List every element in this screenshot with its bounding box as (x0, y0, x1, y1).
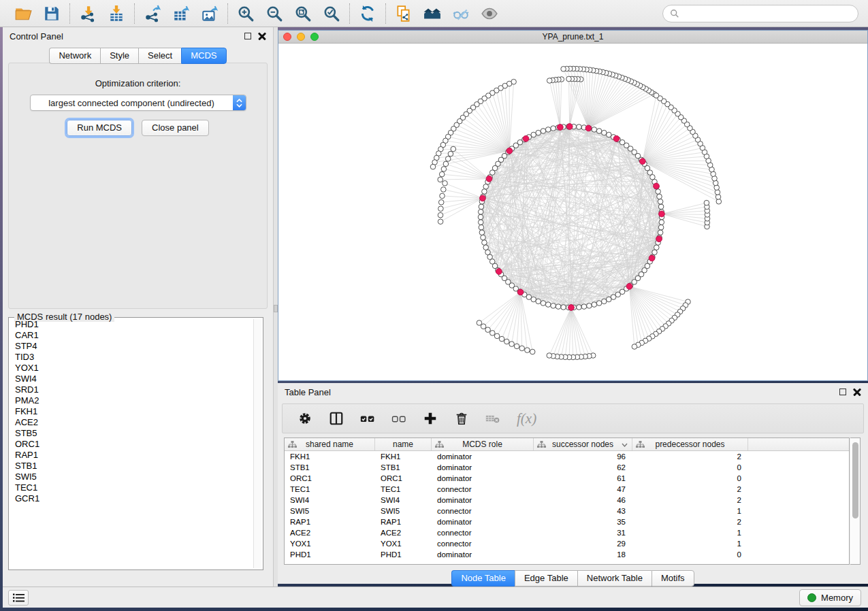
mcds-result-item[interactable]: STB1 (10, 461, 253, 472)
table-row[interactable]: PHD1PHD1dominator180 (285, 549, 849, 560)
table-cell: PHD1 (285, 549, 375, 560)
tab-mcds[interactable]: MCDS (181, 48, 226, 64)
float-panel-icon[interactable] (839, 389, 846, 395)
memory-button[interactable]: Memory (799, 589, 861, 606)
refresh-button[interactable] (357, 3, 379, 24)
table-cell: 2 (632, 451, 748, 462)
close-panel-icon[interactable] (258, 32, 266, 40)
delete-icon (454, 411, 469, 426)
mcds-result-item[interactable]: FKH1 (10, 406, 253, 417)
mcds-result-item[interactable]: SRD1 (10, 384, 253, 395)
mcds-result-item[interactable]: ORC1 (10, 439, 253, 450)
network-window-titlebar[interactable]: YPA_prune.txt_1 (278, 31, 867, 44)
table-cell: SWI4 (285, 495, 375, 506)
mcds-result-item[interactable]: YOX1 (10, 363, 253, 374)
export-table-button[interactable] (170, 3, 192, 24)
mcds-result-item[interactable]: STP4 (10, 341, 253, 352)
table-cell: 96 (534, 451, 632, 462)
table-tab-edge-table[interactable]: Edge Table (515, 570, 577, 587)
open-file-button[interactable] (12, 3, 34, 24)
table-row[interactable]: FKH1FKH1dominator962 (285, 451, 849, 462)
zoom-selected-button[interactable] (321, 3, 342, 24)
table-row[interactable]: RAP1RAP1dominator352 (285, 516, 849, 527)
mcds-result-item[interactable]: TEC1 (10, 482, 253, 493)
gear-button[interactable] (298, 411, 312, 426)
table-cell: 2 (632, 516, 748, 527)
table-row[interactable]: ACE2ACE2connector311 (285, 527, 849, 538)
table-toolbar: f(x) (282, 403, 864, 433)
column-header-successor-nodes[interactable]: successor nodes (534, 438, 632, 450)
mcds-result-item[interactable]: SWI5 (10, 472, 253, 482)
column-header-MCDS-role[interactable]: MCDS role (432, 438, 534, 450)
close-panel-icon[interactable] (853, 388, 861, 396)
show-all-button[interactable] (479, 3, 500, 24)
hide-selected-button[interactable] (450, 3, 472, 24)
search-box[interactable] (662, 5, 858, 22)
delete-table-button[interactable] (485, 411, 500, 426)
column-header-shared-name[interactable]: shared name (285, 438, 375, 450)
duplicate-network-button[interactable] (393, 3, 415, 24)
zoom-in-button[interactable] (235, 3, 257, 24)
export-image-button[interactable] (199, 3, 221, 24)
table-row[interactable]: SWI4SWI4dominator462 (285, 495, 849, 506)
mcds-result-scrollbar[interactable] (253, 319, 261, 568)
table-row[interactable]: TEC1TEC1connector472 (285, 484, 849, 495)
import-table-button[interactable] (106, 3, 127, 24)
criterion-select[interactable]: largest connected component (undirected) (30, 95, 246, 111)
tab-style[interactable]: Style (100, 48, 138, 64)
close-panel-button[interactable]: Close panel (142, 120, 209, 136)
save-button[interactable] (41, 3, 63, 24)
table-cell: SWI4 (375, 495, 432, 506)
table-row[interactable]: STB1STB1dominator620 (285, 462, 849, 473)
tab-network[interactable]: Network (49, 48, 100, 64)
mcds-result-item[interactable]: PMA2 (10, 395, 253, 406)
import-network-button[interactable] (77, 3, 99, 24)
function-builder-button[interactable]: f(x) (517, 410, 536, 427)
table-cell: dominator (432, 549, 534, 560)
column-header-predecessor-nodes[interactable]: predecessor nodes (632, 438, 748, 450)
mcds-result-item[interactable]: TID3 (10, 352, 253, 363)
table-row[interactable]: YOX1YOX1connector291 (285, 538, 849, 549)
first-neighbors-icon (423, 5, 441, 22)
select-all-button[interactable] (360, 411, 375, 426)
table-tab-motifs[interactable]: Motifs (652, 570, 694, 587)
tab-select[interactable]: Select (138, 48, 181, 64)
table-cell: 1 (632, 527, 748, 538)
float-panel-icon[interactable] (244, 33, 251, 39)
search-input[interactable] (684, 9, 851, 19)
table-scrollbar[interactable] (850, 437, 861, 565)
mcds-result-item[interactable]: RAP1 (10, 450, 253, 461)
mcds-result-item[interactable]: SWI4 (10, 374, 253, 384)
table-scrollbar-thumb[interactable] (852, 442, 858, 518)
table-cell: 29 (534, 538, 632, 549)
run-mcds-button[interactable]: Run MCDS (67, 120, 132, 136)
mcds-result-item[interactable]: PHD1 (10, 319, 253, 330)
zoom-fit-button[interactable] (292, 3, 314, 24)
mcds-result-item[interactable]: CAR1 (10, 330, 253, 341)
mcds-result-list[interactable]: PHD1CAR1STP4TID3YOX1SWI4SRD1PMA2FKH1ACE2… (10, 319, 253, 568)
column-header-name[interactable]: name (375, 438, 432, 450)
mcds-result-box: MCDS result (17 nodes) PHD1CAR1STP4TID3Y… (8, 317, 263, 570)
table-cell: dominator (432, 473, 534, 484)
delete-column-button[interactable] (454, 411, 469, 426)
task-history-button[interactable] (8, 590, 29, 606)
first-neighbors-button[interactable] (421, 3, 443, 24)
table-cell: SWI5 (285, 506, 375, 516)
table-cell: YOX1 (375, 538, 432, 549)
select-all-icon (360, 411, 375, 426)
add-column-button[interactable] (423, 411, 438, 426)
network-graph (278, 44, 867, 380)
export-network-button[interactable] (142, 3, 163, 24)
table-row[interactable]: SWI5SWI5connector431 (285, 506, 849, 516)
table-tab-network-table[interactable]: Network Table (577, 570, 652, 587)
deselect-all-button[interactable] (391, 411, 406, 426)
columns-button[interactable] (329, 411, 344, 426)
mcds-result-item[interactable]: GCR1 (10, 493, 253, 504)
table-cell: 0 (632, 473, 748, 484)
table-tab-node-table[interactable]: Node Table (451, 570, 515, 587)
zoom-out-button[interactable] (263, 3, 285, 24)
network-canvas[interactable] (278, 44, 867, 380)
table-row[interactable]: ORC1ORC1dominator610 (285, 473, 849, 484)
mcds-result-item[interactable]: ACE2 (10, 417, 253, 428)
mcds-result-item[interactable]: STB5 (10, 428, 253, 439)
